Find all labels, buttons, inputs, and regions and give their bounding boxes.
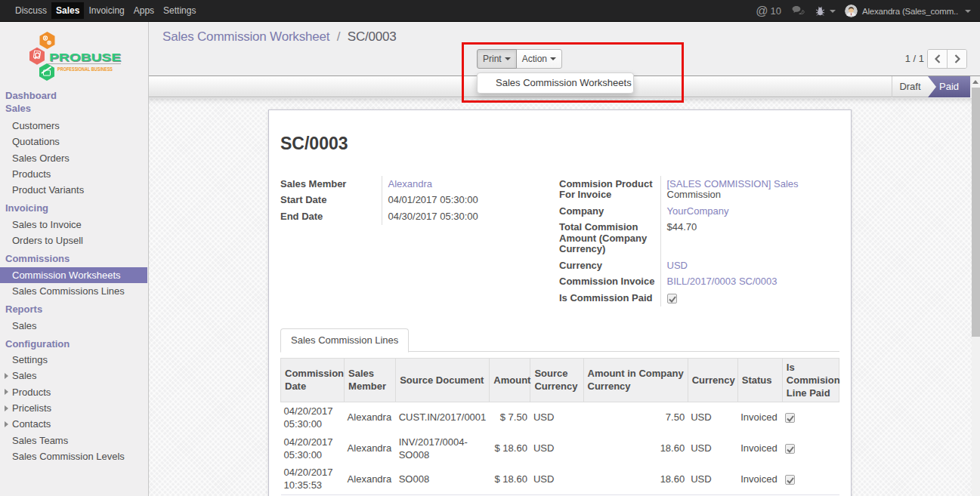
field-value-text[interactable]: YourCompany [667,205,729,217]
sidebar-item[interactable]: Pricelists [0,400,147,416]
line-paid-checkbox[interactable] [785,444,795,454]
debug-caret-icon [830,10,836,13]
breadcrumb-current: SC/0003 [348,29,397,44]
app-menu-label[interactable]: Invoicing [84,2,128,19]
sidebar-item[interactable]: Dashboard [0,90,147,103]
sidebar-item[interactable]: Quotations [0,134,147,149]
pager-next-button[interactable] [948,50,966,68]
chevron-right-icon [954,54,960,63]
field-label: Commision Product For Invoice [559,176,660,203]
field-value-text[interactable]: USD [667,260,688,271]
table-row[interactable]: 04/20/2017 05:30:00 Alexandra CUST.IN/20… [281,402,839,433]
breadcrumb: Sales Commission Worksheet / SC/0003 [162,29,397,45]
app-menu-label[interactable]: Discuss [11,2,51,19]
sidebar-item[interactable]: Customers [0,118,147,134]
line-paid-checkbox[interactable] [785,413,795,423]
print-button-label: Print [483,54,502,64]
app-menu-item[interactable]: Sales [51,0,84,19]
cell-commission-date: 04/20/2017 05:30:00 [281,433,345,464]
sidebar-item[interactable]: Orders to Upsell [0,233,147,248]
app-menu-label[interactable]: Apps [129,2,159,19]
field-value-text[interactable]: [SALES COMMISSION] Sales [667,178,799,189]
sidebar-item[interactable]: Sales Commissions Lines [0,283,147,299]
chat-bubbles-icon [792,5,805,17]
user-menu[interactable]: Alexandra (Sales_comm.. [845,5,971,17]
app-menu-item[interactable]: Apps [129,0,159,19]
sidebar-item[interactable]: Sales to Invoice [0,217,147,233]
sidebar-item[interactable]: Sales [0,368,147,384]
app-menu-label[interactable]: Sales [51,2,84,19]
app-menu-item[interactable]: Discuss [11,0,51,19]
sidebar-item[interactable]: Invoicing [0,200,147,216]
dropdown-item[interactable]: Sales Commission Worksheets [478,73,633,93]
sidebar-item[interactable]: Configuration [0,336,147,352]
field-value-text[interactable]: $44.70 [667,221,697,233]
sidebar-item[interactable]: Commission Worksheets [0,267,147,283]
sidebar-item[interactable]: Sales Teams [0,433,147,448]
debug-menu[interactable] [815,6,836,17]
cell-amount: $ 18.60 [490,433,530,464]
sidebar-item[interactable]: Contacts [0,416,147,432]
sidebar-item-label: Sales [5,103,31,114]
action-button-label: Action [522,54,547,64]
sidebar-item[interactable]: Sales [0,318,147,334]
pager [927,49,967,69]
field-row: End Date 04/30/2017 05:30:00 [280,208,549,225]
breadcrumb-parent[interactable]: Sales Commission Worksheet [162,29,329,44]
sidebar-item[interactable]: Reports [0,301,147,317]
column-header[interactable]: Status [737,358,782,402]
app-window: Discuss Sales Invoicing Apps Settings @ … [0,0,980,496]
sidebar-item-label: Configuration [5,338,70,350]
sidebar-item[interactable]: Products [0,166,147,182]
field-value: Alexandra [382,176,549,193]
field-value-text[interactable]: BILL/2017/0003 SC/0003 [667,276,778,287]
field-value-text[interactable]: 04/01/2017 05:30:00 [388,194,478,205]
column-header[interactable]: Commission Date [281,358,345,402]
column-header[interactable]: Is Commision Line Paid [782,358,839,402]
sidebar-item[interactable]: Sales Orders [0,150,147,166]
sidebar-item[interactable]: Sales [0,103,147,116]
expand-caret-icon [5,421,8,427]
status-paid[interactable]: Paid [928,76,970,97]
sidebar-item[interactable]: Settings [0,352,147,368]
column-header[interactable]: Currency [688,358,737,402]
column-header[interactable]: Amount [490,358,530,402]
sidebar-item[interactable]: Sales Commission Levels [0,448,147,464]
column-header[interactable]: Source Currency [530,358,583,402]
status-draft[interactable]: Draft [892,76,928,97]
app-menu-item[interactable]: Invoicing [84,0,128,19]
print-dropdown-menu: Sales Commission Worksheets [477,72,634,94]
pager-previous-button[interactable] [928,50,948,68]
column-header[interactable]: Source Document [396,358,490,402]
sidebar-item[interactable]: Commissions [0,251,147,266]
column-header[interactable]: Amount in Company Currency [583,358,688,402]
is-commission-paid-checkbox[interactable] [667,294,677,303]
cell-amount: $ 18.60 [490,464,530,494]
action-button[interactable]: Action [516,49,562,69]
sidebar-item[interactable]: Products [0,384,147,400]
print-button[interactable]: Print [477,49,517,69]
commission-lines-table: Commission DateSales MemberSource Docume… [280,358,839,495]
check-icon [787,415,794,422]
table-row[interactable]: 04/20/2017 05:30:00 Alexandra INV/2017/0… [281,433,839,464]
line-paid-checkbox[interactable] [785,475,795,485]
field-row: Sales Member Alexandra [280,176,549,193]
sidebar-item[interactable]: Product Variants [0,182,147,198]
field-value-text[interactable]: 04/30/2017 05:30:00 [388,211,478,222]
form-sheet: SC/0003 Sales Member Alexandra [268,109,852,496]
scrollbar-thumb[interactable] [972,88,980,337]
field-value [660,290,838,307]
mentions-counter[interactable]: @ 10 [756,0,781,22]
tab-sales-commission-lines[interactable]: Sales Commission Lines [280,328,409,353]
app-menu-label[interactable]: Settings [159,2,200,19]
app-menu-item[interactable]: Settings [159,0,200,19]
company-logo[interactable]: PROBUSE PROBUSE PROFESSIONAL BUSINESS [27,30,142,87]
messages-menu[interactable] [792,5,805,17]
field-value-text[interactable]: Alexandra [388,178,433,189]
field-value: [SALES COMMISSION] Sales Commission [660,176,838,203]
table-row[interactable]: 04/20/2017 10:35:53 Alexandra SO008 $ 18… [281,464,839,494]
scrollbar-up-button[interactable] [972,76,980,88]
column-header[interactable]: Sales Member [345,358,396,402]
notebook: Sales Commission Lines [280,328,839,495]
record-title: SC/0003 [280,133,839,154]
